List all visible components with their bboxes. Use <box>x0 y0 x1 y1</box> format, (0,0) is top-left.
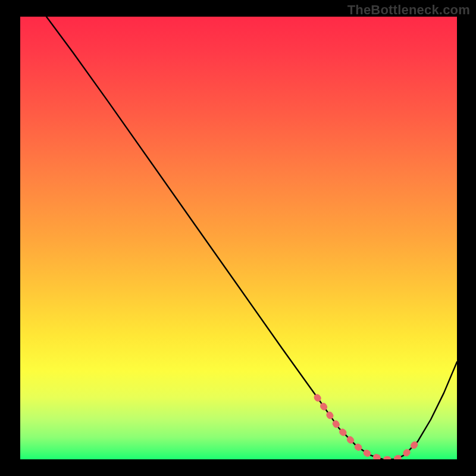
chart-container: TheBottleneck.com <box>0 0 476 476</box>
watermark-text: TheBottleneck.com <box>347 2 470 18</box>
bottleneck-curve <box>46 17 457 459</box>
plot-svg <box>20 17 457 459</box>
plot-area <box>20 17 457 459</box>
optimal-zone-highlight <box>317 397 418 459</box>
